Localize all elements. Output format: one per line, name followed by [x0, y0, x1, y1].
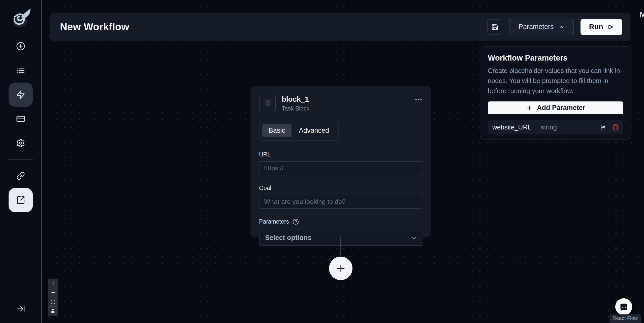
block-header: block_1 Task Block [259, 95, 423, 112]
parameter-row[interactable]: website_URL string [488, 120, 623, 134]
workflow-parameters-panel: Workflow Parameters Create placeholder v… [480, 46, 631, 140]
sidebar-item-create[interactable] [9, 34, 33, 58]
parameter-key: website_URL [492, 123, 531, 131]
support-chat-button[interactable] [615, 298, 632, 315]
external-link-icon [16, 196, 25, 205]
sidebar-nav [0, 34, 41, 212]
sidebar-item-integrations[interactable] [9, 164, 33, 188]
sidebar-item-share[interactable] [9, 188, 33, 212]
block-icon-box [259, 95, 276, 111]
sidebar-divider [8, 159, 33, 160]
task-block-node[interactable]: block_1 Task Block Basic Advanced URL Go… [250, 86, 431, 237]
gear-icon [16, 139, 25, 148]
page-title: New Workflow [60, 21, 129, 33]
parameter-actions [600, 124, 619, 131]
lightning-icon [16, 90, 25, 99]
workflow-canvas[interactable]: New Workflow Parameters Run [42, 0, 644, 323]
tab-basic[interactable]: Basic [262, 124, 292, 137]
react-flow-attribution: React Flow [609, 314, 641, 323]
parameters-field-label-text: Parameters [259, 218, 289, 225]
goal-input[interactable] [259, 195, 423, 209]
canvas-controls [48, 279, 58, 316]
panel-description: Create placeholder values that you can l… [488, 66, 623, 96]
goal-field-label: Goal [259, 185, 423, 192]
workflow-header: New Workflow Parameters Run [50, 13, 630, 41]
workflow-editor-screen: New Workflow Parameters Run [0, 0, 644, 323]
sidebar-expand-button[interactable] [9, 301, 33, 316]
run-button[interactable]: Run [581, 19, 622, 35]
tab-advanced[interactable]: Advanced [293, 124, 335, 137]
link-icon [16, 172, 25, 180]
task-list-icon [263, 99, 271, 107]
parameters-toggle-label: Parameters [519, 23, 554, 31]
chat-bubble-icon [619, 302, 629, 312]
unlock-icon [51, 309, 55, 314]
credit-card-icon [16, 114, 25, 123]
list-icon [16, 66, 25, 75]
sidebar-item-workflows[interactable] [9, 83, 33, 107]
skyvern-logo[interactable] [10, 7, 32, 29]
run-button-label: Run [589, 23, 603, 31]
chevron-down-icon [411, 235, 417, 241]
play-icon [607, 24, 614, 30]
block-type-label: Task Block [282, 105, 309, 112]
chevron-up-icon [558, 24, 564, 30]
parameters-toggle-button[interactable]: Parameters [509, 19, 574, 35]
sliders-icon [600, 124, 606, 131]
zoom-in-button[interactable] [48, 279, 58, 288]
block-mode-tabs: Basic Advanced [259, 121, 339, 141]
block-titles: block_1 Task Block [282, 95, 309, 112]
header-actions: Parameters Run [487, 19, 622, 35]
help-circle-icon[interactable] [293, 219, 299, 225]
plus-icon [335, 263, 346, 274]
arrow-right-to-line-icon [17, 305, 25, 313]
add-parameter-button[interactable]: Add Parameter [488, 101, 623, 114]
zoom-out-button[interactable] [48, 288, 58, 297]
parameters-select[interactable]: Select options [259, 230, 423, 246]
sidebar-item-billing[interactable] [9, 107, 33, 131]
parameter-type: string [541, 123, 557, 131]
add-parameter-label: Add Parameter [537, 104, 585, 112]
panel-title: Workflow Parameters [488, 53, 623, 63]
sidebar [0, 0, 42, 323]
lock-toggle-button[interactable] [48, 307, 58, 316]
url-input[interactable] [259, 161, 423, 175]
sidebar-item-runs[interactable] [9, 58, 33, 83]
block-name: block_1 [282, 95, 309, 103]
block-menu-button[interactable] [414, 95, 423, 105]
plus-icon [526, 104, 533, 112]
parameters-field-label: Parameters [259, 218, 423, 225]
plus-circle-icon [16, 42, 25, 51]
add-block-button[interactable] [329, 257, 352, 280]
zoom-out-icon [51, 290, 56, 295]
fit-view-icon [51, 300, 55, 304]
sidebar-item-settings[interactable] [9, 131, 33, 155]
zoom-in-icon [51, 281, 56, 286]
save-icon [491, 23, 498, 31]
trash-icon [612, 124, 619, 131]
clipped-edge-text: M [640, 10, 644, 19]
url-field-label: URL [259, 151, 423, 158]
parameters-select-value: Select options [265, 234, 312, 242]
node-connector-edge [340, 237, 341, 257]
delete-parameter-button[interactable] [612, 124, 619, 131]
edit-parameter-button[interactable] [600, 124, 606, 131]
save-button[interactable] [487, 19, 502, 35]
fit-view-button[interactable] [48, 297, 58, 307]
ellipsis-icon [414, 95, 423, 104]
